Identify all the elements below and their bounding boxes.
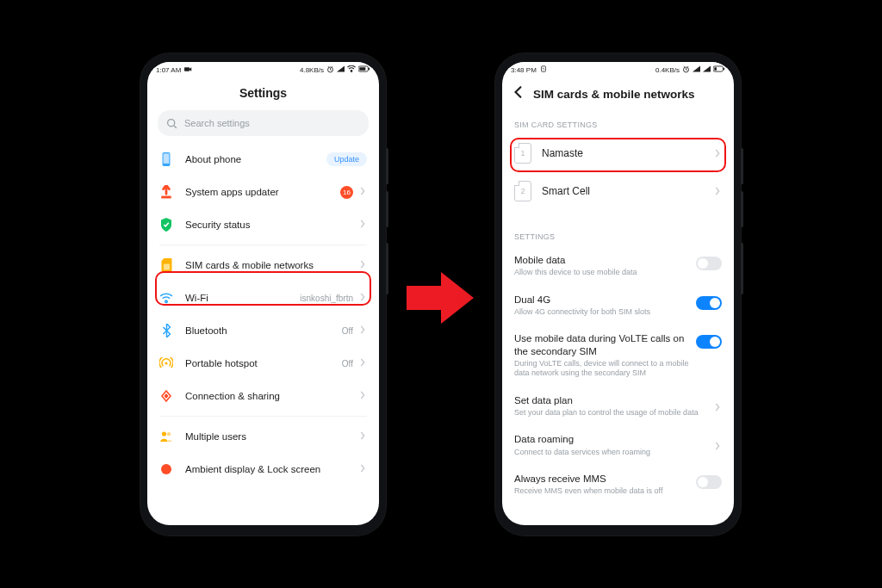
phone-button — [741, 148, 743, 184]
users-icon — [159, 430, 173, 443]
status-time: 1:07 AM — [156, 66, 181, 74]
chevron-right-icon — [358, 293, 367, 303]
row-sim2[interactable]: 2 Smart Cell — [502, 172, 734, 210]
setting-sub: Allow 4G connectivity for both SIM slots — [514, 307, 689, 317]
svg-rect-18 — [724, 68, 724, 71]
chevron-right-icon — [358, 260, 367, 270]
row-set-data-plan[interactable]: Set data plan Set your data plan to cont… — [502, 387, 734, 426]
svg-rect-9 — [163, 264, 169, 270]
setting-title: Dual 4G — [514, 294, 689, 306]
section-sim-settings: SIM CARD SETTINGS — [502, 112, 734, 134]
sim-card-icon: 1 — [514, 143, 531, 164]
row-label: Multiple users — [185, 431, 358, 442]
row-label: Portable hotspot — [185, 358, 342, 368]
status-speed: 0.4KB/s — [655, 66, 680, 74]
toggle-dual-4g[interactable] — [696, 296, 722, 310]
setting-sub: Allow this device to use mobile data — [514, 268, 689, 277]
page-header: SIM cards & mobile networks — [502, 77, 734, 112]
row-mobile-data[interactable]: Mobile data Allow this device to use mob… — [502, 246, 734, 286]
svg-point-5 — [168, 119, 175, 126]
row-dual-4g[interactable]: Dual 4G Allow 4G connectivity for both S… — [502, 286, 734, 325]
row-label: Connection & sharing — [185, 391, 358, 401]
chevron-right-icon — [358, 464, 367, 474]
hotspot-icon — [159, 356, 173, 370]
row-data-roaming[interactable]: Data roaming Connect to data services wh… — [502, 425, 734, 465]
row-ambient-display[interactable]: Ambient display & Lock screen — [147, 453, 379, 476]
row-sim-cards[interactable]: SIM cards & mobile networks — [147, 249, 379, 282]
chevron-right-icon — [713, 145, 722, 161]
setting-sub: During VoLTE calls, device will connect … — [514, 359, 689, 379]
svg-rect-3 — [359, 67, 365, 71]
toggle-volte[interactable] — [696, 335, 722, 349]
phone-button — [741, 243, 743, 294]
sim-icon — [159, 258, 173, 272]
setting-sub: Connect to data services when roaming — [514, 448, 706, 457]
wifi-icon — [347, 65, 356, 74]
row-connection-sharing[interactable]: Connection & sharing — [147, 380, 379, 412]
update-badge[interactable]: Update — [326, 152, 367, 166]
chevron-right-icon — [713, 399, 722, 415]
row-label: System apps updater — [185, 187, 340, 197]
sim-label: Smart Cell — [542, 185, 713, 197]
setting-sub: Receive MMS even when mobile data is off — [514, 486, 689, 496]
row-label: Wi-Fi — [185, 293, 300, 303]
sim-card-icon: 2 — [514, 181, 531, 201]
chevron-right-icon — [358, 431, 367, 442]
phone-right: 3:48 PM 0.4KB/s SIM cards & mobile netwo… — [495, 53, 741, 535]
row-wifi[interactable]: Wi-Fi isnkoshi_fbrtn — [147, 282, 379, 314]
toggle-mms[interactable] — [696, 475, 722, 489]
section-settings: SETTINGS — [502, 224, 734, 246]
alarm-icon — [326, 65, 334, 75]
shield-icon — [159, 218, 173, 232]
svg-point-13 — [161, 464, 171, 474]
row-multiple-users[interactable]: Multiple users — [147, 420, 379, 453]
screen-right: 3:48 PM 0.4KB/s SIM cards & mobile netwo… — [502, 62, 734, 525]
row-bluetooth[interactable]: Bluetooth Off — [147, 314, 379, 347]
row-label: Ambient display & Lock screen — [185, 464, 358, 474]
status-bar: 3:48 PM 0.4KB/s — [502, 62, 734, 77]
search-input[interactable]: Search settings — [158, 110, 369, 136]
status-bar: 1:07 AM 4.8KB/s — [147, 62, 379, 77]
row-value: Off — [342, 326, 353, 336]
row-security-status[interactable]: Security status — [147, 208, 379, 241]
wifi-icon — [159, 291, 173, 305]
camera-icon — [184, 66, 192, 74]
chevron-right-icon — [358, 220, 367, 230]
divider — [159, 244, 367, 245]
setting-title: Data roaming — [514, 433, 706, 445]
row-sim1[interactable]: 1 Namaste — [502, 134, 734, 172]
svg-rect-0 — [184, 67, 189, 71]
display-icon — [159, 462, 173, 476]
updater-icon — [159, 185, 173, 199]
alarm-icon — [682, 65, 690, 75]
battery-icon — [713, 65, 725, 74]
svg-point-10 — [165, 362, 167, 364]
row-system-updater[interactable]: System apps updater 16 — [147, 176, 379, 208]
battery-icon — [358, 65, 370, 74]
phone-left: 1:07 AM 4.8KB/s Settings Search settings — [140, 53, 386, 535]
phone-button — [386, 148, 388, 184]
row-hotspot[interactable]: Portable hotspot Off — [147, 347, 379, 380]
row-always-mms[interactable]: Always receive MMS Receive MMS even when… — [502, 465, 734, 504]
setting-title: Use mobile data during VoLTE calls on th… — [514, 332, 689, 357]
svg-point-11 — [162, 431, 166, 436]
screen-left: 1:07 AM 4.8KB/s Settings Search settings — [147, 62, 379, 525]
row-volte-secondary[interactable]: Use mobile data during VoLTE calls on th… — [502, 325, 734, 386]
chevron-right-icon — [358, 187, 367, 197]
row-about-phone[interactable]: About phone Update — [147, 143, 379, 176]
setting-sub: Set your data plan to control the usage … — [514, 408, 706, 418]
svg-point-12 — [167, 432, 171, 436]
page-title: SIM cards & mobile networks — [533, 88, 695, 101]
row-value: isnkoshi_fbrtn — [300, 294, 353, 303]
chevron-right-icon — [358, 391, 367, 401]
signal-icon — [337, 65, 345, 74]
settings-list[interactable]: About phone Update System apps updater 1… — [147, 143, 379, 525]
phone-icon — [159, 152, 173, 166]
setting-title: Always receive MMS — [514, 473, 689, 485]
page-title: Settings — [147, 77, 379, 110]
back-button[interactable] — [512, 86, 525, 102]
phone-button — [741, 191, 743, 227]
toggle-mobile-data[interactable] — [696, 257, 722, 270]
count-badge: 16 — [340, 186, 353, 199]
sim-label: Namaste — [542, 147, 713, 159]
